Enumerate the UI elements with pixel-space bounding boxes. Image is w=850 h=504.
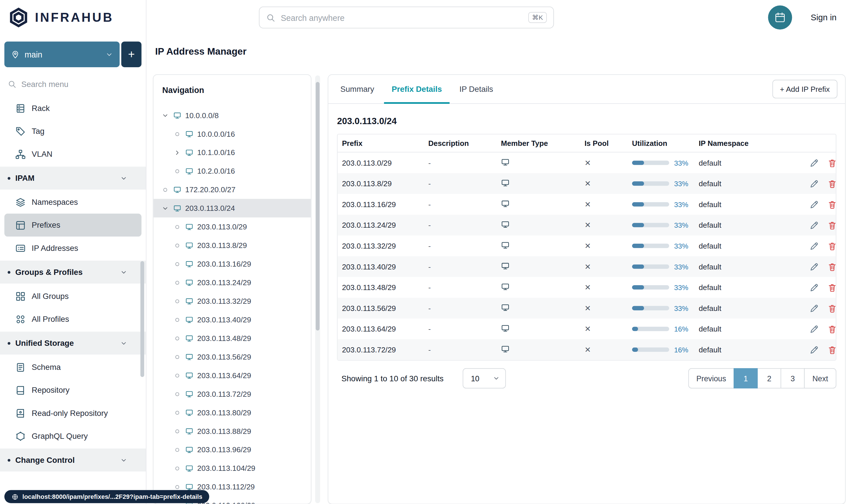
edit-button[interactable] (809, 324, 819, 334)
prefix-icon (501, 240, 510, 249)
table-row[interactable]: 203.0.113.32/29-✕33%default (338, 235, 836, 256)
page-button-next[interactable]: Next (804, 368, 836, 389)
sidebar-item-graphql-query[interactable]: GraphQL Query (4, 425, 141, 447)
tree-item-10-0-0-0-8[interactable]: 10.0.0.0/8 (153, 106, 311, 125)
tree-item-203-0-113-0-24[interactable]: 203.0.113.0/24 (153, 199, 311, 217)
sidebar-search[interactable] (0, 76, 146, 92)
tree-item-203-0-113-48-29[interactable]: 203.0.113.48/29 (153, 329, 311, 347)
edit-button[interactable] (809, 179, 819, 189)
sidebar-item-all-profiles[interactable]: All Profiles (4, 307, 141, 330)
delete-button[interactable] (827, 220, 837, 230)
tab-ip-details[interactable]: IP Details (451, 75, 502, 103)
sidebar-item-namespaces[interactable]: Namespaces (4, 191, 141, 214)
tree-item-203-0-113-96-29[interactable]: 203.0.113.96/29 (153, 440, 311, 459)
sidebar-item-read-only-repository[interactable]: Read-only Repository (4, 401, 141, 425)
cell-description: - (424, 200, 496, 209)
delete-button[interactable] (827, 303, 837, 313)
table-row[interactable]: 203.0.113.72/29-✕16%default (338, 339, 836, 360)
page-size-select[interactable]: 10 (463, 368, 506, 389)
delete-button[interactable] (827, 262, 837, 272)
table-row[interactable]: 203.0.113.40/29-✕33%default (338, 256, 836, 277)
tree-item-203-0-113-64-29[interactable]: 203.0.113.64/29 (153, 366, 311, 385)
cell-actions (804, 240, 843, 251)
tree-item-203-0-113-72-29[interactable]: 203.0.113.72/29 (153, 385, 311, 403)
cell-description: - (424, 283, 496, 291)
sidebar-section-ipam[interactable]: IPAM (0, 167, 146, 190)
chevron-down-icon (120, 456, 127, 464)
delete-button[interactable] (827, 344, 837, 355)
edit-button[interactable] (809, 262, 819, 272)
table-row[interactable]: 203.0.113.8/29-✕33%default (338, 173, 836, 194)
sidebar-scrollbar[interactable] (141, 261, 144, 377)
globe-icon (12, 493, 19, 500)
branch-selector[interactable]: main (4, 41, 120, 67)
global-search[interactable]: ⌘K (259, 6, 554, 28)
sidebar-item-schema[interactable]: Schema (4, 356, 141, 378)
delete-button[interactable] (827, 158, 837, 168)
edit-button[interactable] (809, 240, 819, 251)
tree-item-203-0-113-24-29[interactable]: 203.0.113.24/29 (153, 273, 311, 292)
sidebar-item-rack[interactable]: Rack (4, 97, 141, 120)
table-row[interactable]: 203.0.113.24/29-✕33%default (338, 215, 836, 236)
page-button-2[interactable]: 2 (757, 368, 781, 389)
add-branch-button[interactable]: + (121, 41, 142, 67)
tree-item-203-0-113-0-29[interactable]: 203.0.113.0/29 (153, 217, 311, 236)
tree-item-203-0-113-40-29[interactable]: 203.0.113.40/29 (153, 310, 311, 329)
add-ip-prefix-button[interactable]: + Add IP Prefix (772, 80, 837, 98)
page-button-previous[interactable]: Previous (688, 368, 734, 389)
sidebar-item-vlan[interactable]: VLAN (4, 143, 141, 166)
sign-in-link[interactable]: Sign in (811, 13, 836, 22)
tab-prefix-details[interactable]: Prefix Details (383, 75, 451, 103)
groups-icon (15, 291, 25, 301)
logo[interactable]: INFRAHUB (0, 0, 146, 35)
cell-ip-namespace: default (694, 200, 805, 209)
sidebar-section-change-control[interactable]: Change Control (0, 449, 146, 471)
tree-item-10-2-0-0-16[interactable]: 10.2.0.0/16 (153, 162, 311, 180)
sidebar-item-all-groups[interactable]: All Groups (4, 285, 141, 307)
panel-scrollbar[interactable] (315, 75, 320, 503)
sidebar-item-repository[interactable]: Repository (4, 379, 141, 401)
sidebar-section-unified-storage[interactable]: Unified Storage (0, 331, 146, 355)
sidebar-section-groups-profiles[interactable]: Groups & Profiles (0, 260, 146, 284)
delete-button[interactable] (827, 179, 837, 189)
delete-button[interactable] (827, 240, 837, 251)
edit-button[interactable] (809, 199, 819, 210)
tree-item-203-0-113-32-29[interactable]: 203.0.113.32/29 (153, 292, 311, 310)
leaf-circle-icon (173, 130, 181, 138)
delete-button[interactable] (827, 282, 837, 293)
sidebar-item-ip-addresses[interactable]: IP Addresses (4, 237, 141, 259)
tab-summary[interactable]: Summary (331, 75, 383, 103)
tree-item-10-0-0-0-16[interactable]: 10.0.0.0/16 (153, 124, 311, 143)
tree-item-203-0-113-56-29[interactable]: 203.0.113.56/29 (153, 347, 311, 366)
tree-item-203-0-113-104-29[interactable]: 203.0.113.104/29 (153, 459, 311, 478)
edit-button[interactable] (809, 282, 819, 293)
is-pool-false-icon: ✕ (584, 221, 591, 230)
edit-button[interactable] (809, 303, 819, 313)
sidebar-item-prefixes[interactable]: Prefixes (4, 214, 141, 237)
tree-item-203-0-113-8-29[interactable]: 203.0.113.8/29 (153, 236, 311, 255)
delete-button[interactable] (827, 324, 837, 334)
table-row[interactable]: 203.0.113.16/29-✕33%default (338, 194, 836, 215)
delete-button[interactable] (827, 199, 837, 210)
edit-button[interactable] (809, 158, 819, 168)
scrollbar-thumb[interactable] (316, 82, 320, 331)
global-search-input[interactable] (281, 13, 523, 22)
table-row[interactable]: 203.0.113.48/29-✕33%default (338, 277, 836, 298)
edit-button[interactable] (809, 220, 819, 230)
table-row[interactable]: 203.0.113.56/29-✕33%default (338, 298, 836, 319)
tree-item-203-0-113-88-29[interactable]: 203.0.113.88/29 (153, 422, 311, 440)
tree-item-label: 203.0.113.24/29 (197, 278, 251, 287)
tree-item-10-1-0-0-16[interactable]: 10.1.0.0/16 (153, 143, 311, 162)
calendar-button[interactable] (768, 5, 792, 30)
page-button-1[interactable]: 1 (734, 368, 758, 389)
table-row[interactable]: 203.0.113.0/29-✕33%default (338, 152, 836, 173)
tree-item-203-0-113-16-29[interactable]: 203.0.113.16/29 (153, 255, 311, 273)
sidebar-search-input[interactable] (21, 80, 138, 89)
table-row[interactable]: 203.0.113.64/29-✕16%default (338, 319, 836, 340)
prefix-icon (501, 282, 510, 291)
edit-button[interactable] (809, 344, 819, 355)
sidebar-item-tag[interactable]: Tag (4, 120, 141, 142)
page-button-3[interactable]: 3 (781, 368, 805, 389)
tree-item-203-0-113-80-29[interactable]: 203.0.113.80/29 (153, 403, 311, 422)
tree-item-172-20-20-0-27[interactable]: 172.20.20.0/27 (153, 180, 311, 199)
